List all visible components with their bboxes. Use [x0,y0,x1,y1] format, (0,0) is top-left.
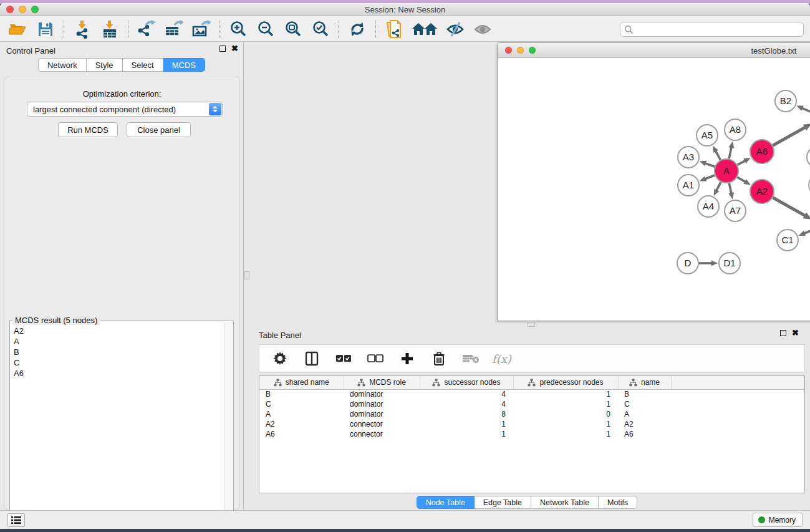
graph-edge[interactable] [737,177,746,182]
select-all-rows-button[interactable] [333,349,354,369]
edge-arrowhead [728,142,734,148]
graph-edge[interactable] [773,198,806,216]
table-row[interactable]: Cdominator41C [259,399,804,409]
zoom-fit-button[interactable] [282,19,304,39]
graph-node-A8[interactable]: A8 [725,119,746,140]
control-panel-tabs: NetworkStyleSelectMCDS [0,58,243,72]
tab-style[interactable]: Style [87,58,123,72]
graph-node-B2[interactable]: B2 [775,90,796,112]
graph-node-A5[interactable]: A5 [697,125,718,146]
close-panel-icon[interactable]: ✖ [231,46,238,52]
graph-edge[interactable] [715,150,720,160]
tab-edge-table[interactable]: Edge Table [475,496,531,509]
zoom-selected-button[interactable] [310,19,331,39]
result-item[interactable]: B [11,348,224,359]
show-selected-button[interactable] [472,19,493,39]
add-column-button[interactable] [397,349,418,369]
graph-node-D1[interactable]: D1 [719,253,740,274]
edge-arrowhead [700,161,706,166]
column-header[interactable]: MCDS role [344,376,420,389]
tab-network-table[interactable]: Network Table [531,496,599,509]
float-table-panel-icon[interactable] [780,330,786,336]
graph-node-D[interactable]: D [677,253,698,274]
export-table-button[interactable] [163,19,185,39]
refresh-layout-button[interactable] [347,19,368,39]
import-table-button[interactable] [99,19,120,39]
result-item[interactable]: A6 [11,369,224,380]
result-item[interactable]: A [11,337,224,348]
network-window-titlebar[interactable]: testGlobe.txt [498,43,810,58]
table-row[interactable]: A2connector11A2 [259,419,804,429]
hide-selected-button[interactable] [445,19,466,39]
eye-icon [473,21,492,37]
graph-node-A4[interactable]: A4 [698,196,719,217]
task-history-button[interactable] [7,513,25,527]
deselect-all-rows-button[interactable] [365,349,386,369]
function-builder-button[interactable]: f(x) [492,349,511,369]
graph-edge[interactable] [773,127,806,146]
graph-node-A3[interactable]: A3 [678,147,699,168]
graph-edge[interactable] [729,183,731,195]
network-graph-canvas[interactable]: B4B2BB3A8A5A6A3B1AA1C2A2A4A7C4CC1DD1C3 [498,58,810,321]
table-row[interactable]: A6connector11A6 [259,429,804,439]
svg-text:C1: C1 [781,235,793,245]
svg-text:A3: A3 [683,152,694,162]
show-all-networks-button[interactable] [411,19,438,39]
result-item[interactable]: A2 [11,327,224,337]
import-network-button[interactable] [72,19,93,39]
new-session-from-network-button[interactable] [383,19,405,39]
graph-node-A2[interactable]: A2 [750,180,774,203]
save-session-button[interactable] [35,19,56,39]
graph-node-A7[interactable]: A7 [725,200,746,221]
memory-button[interactable]: Memory [753,513,803,527]
export-table-icon [165,20,183,39]
table-row[interactable]: Adominator80A [259,409,804,419]
zoom-in-button[interactable] [228,19,249,39]
deselect-all-icon [367,354,383,363]
graph-edge[interactable] [705,175,715,179]
search-input[interactable] [620,22,804,37]
delete-table-button[interactable] [460,349,481,369]
houses-icon [412,22,438,37]
graph-node-A1[interactable]: A1 [678,175,699,196]
zoom-out-button[interactable] [255,19,276,39]
export-network-button[interactable] [136,19,157,39]
result-item[interactable]: C [11,359,224,369]
graph-edge[interactable] [738,160,746,165]
export-image-icon [192,20,211,39]
column-header[interactable]: name [618,376,671,389]
graph-edge[interactable] [729,147,731,159]
tab-node-table[interactable]: Node Table [417,496,475,509]
edge-arrowhead [711,261,718,266]
graph-node-A6[interactable]: A6 [750,140,774,163]
tab-mcds[interactable]: MCDS [163,58,205,72]
column-header[interactable]: predecessor nodes [513,376,618,389]
close-panel-button[interactable]: Close panel [127,122,191,137]
run-mcds-button[interactable]: Run MCDS [58,122,118,137]
tab-network[interactable]: Network [38,58,87,72]
tab-motifs[interactable]: Motifs [599,496,637,509]
graph-edge[interactable] [801,108,810,112]
graph-node-C1[interactable]: C1 [777,230,798,251]
column-header[interactable]: successor nodes [420,376,513,389]
column-layout-button[interactable] [301,349,322,369]
table-row[interactable]: Bdominator41B [259,389,804,399]
delete-column-button[interactable] [428,349,450,369]
split-divider-handle[interactable] [244,271,249,279]
tab-select[interactable]: Select [123,58,163,72]
table-settings-button[interactable] [269,349,291,369]
svg-text:A1: A1 [683,180,694,190]
float-panel-icon[interactable] [219,46,226,52]
column-header[interactable]: shared name [259,376,344,389]
close-table-panel-icon[interactable]: ✖ [792,330,799,336]
application-window: Session: New Session [0,3,810,529]
mcds-result-list[interactable]: A2ABCA6 [11,322,224,529]
graph-edge[interactable] [705,163,715,167]
open-file-button[interactable] [7,19,29,39]
graph-edge[interactable] [716,182,720,191]
export-image-button[interactable] [191,19,212,39]
graph-node-A[interactable]: A [715,159,738,183]
optimization-criterion-select[interactable]: largest connected component (directed) [27,102,223,117]
graph-node-B1[interactable]: B1 [807,147,810,168]
result-scrollbar[interactable] [224,322,233,529]
